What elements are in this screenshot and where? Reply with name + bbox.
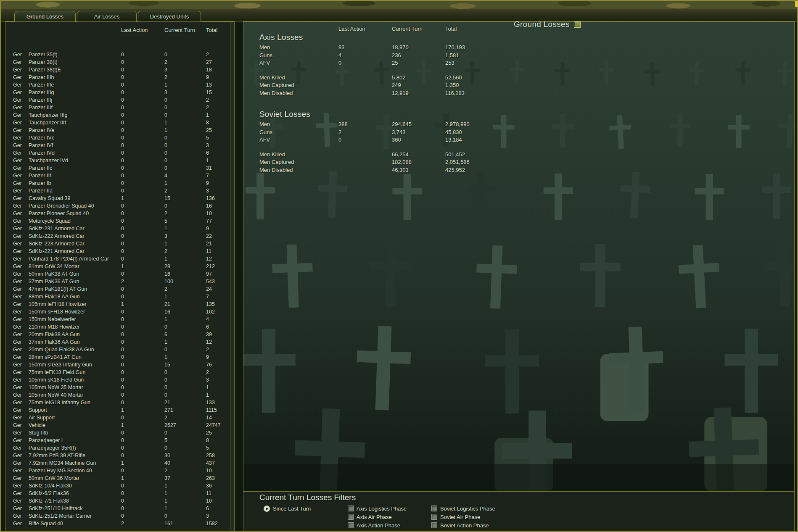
row-last-action: 0 — [121, 482, 164, 490]
filter-checkbox-soviet-air-phase[interactable]: Soviet Air Phase — [431, 514, 495, 520]
table-row: GerSdKfz-251/2 Mortar Carrier003 — [5, 512, 230, 520]
table-header: Last Action Current Turn Total — [5, 26, 230, 34]
row-nation: Ger — [13, 308, 29, 316]
row-last-action: 0 — [121, 164, 164, 172]
row-total: 3 — [206, 187, 230, 195]
row-total: 10 — [206, 497, 230, 505]
row-unit-name: Panzer 38(t)E — [29, 66, 121, 74]
row-current-turn: 0 — [164, 429, 206, 437]
table-row: Ger75mm leIG18 Infantry Gun021133 — [5, 399, 230, 406]
filter-checkbox-soviet-action-phase[interactable]: Soviet Action Phase — [431, 522, 495, 529]
summary-label: Men Killed — [259, 151, 338, 159]
unit-losses-panel: Last Action Current Turn Total GerPanzer… — [5, 21, 235, 532]
row-current-turn: 3 — [164, 89, 206, 96]
summary-label: Men Captured — [259, 82, 338, 90]
tab-destroyed-units[interactable]: Destroyed Units — [138, 11, 201, 21]
table-row: GerPanzerjaeger I058 — [5, 437, 230, 444]
table-row: Ger7.92mm PzB 39 AT-Rifle030258 — [5, 452, 230, 459]
filter-since-last-turn[interactable]: Since Last Turn — [264, 505, 311, 512]
row-current-turn: 161 — [164, 520, 206, 527]
row-unit-name: Panzer IVf — [29, 142, 121, 149]
table-row: Ger75mm leFK18 Field Gun002 — [5, 369, 230, 376]
table-row: GerPanzer IIIh029 — [5, 74, 230, 81]
row-total: 543 — [206, 278, 230, 285]
row-current-turn: 3 — [164, 66, 206, 74]
table-row: Ger150mm Nebelwerfer014 — [5, 316, 230, 323]
summary-value: 425,952 — [445, 166, 794, 174]
row-unit-name: Panzer 38(t) — [29, 58, 121, 66]
row-total: 263 — [206, 474, 230, 482]
filter-checkbox-axis-air-phase[interactable]: Axis Air Phase — [348, 514, 407, 520]
table-row: GerPanzer IIf047 — [5, 172, 230, 179]
row-total: 135 — [206, 300, 230, 308]
row-current-turn: 271 — [164, 406, 206, 414]
row-current-turn: 0 — [164, 149, 206, 157]
col-total: Total — [206, 26, 230, 34]
filter-checkbox-axis-action-phase[interactable]: Axis Action Phase — [348, 522, 407, 529]
summary-value: 52,560 — [445, 74, 794, 82]
summary-value: 13,184 — [445, 136, 794, 144]
row-nation: Ger — [13, 520, 29, 527]
scrollbar[interactable] — [230, 22, 234, 532]
table-row: GerCavalry Squad 39115136 — [5, 195, 230, 202]
row-current-turn: 21 — [164, 399, 206, 406]
row-nation: Ger — [13, 331, 29, 338]
row-total: 102 — [206, 308, 230, 316]
summary-label: Men Killed — [259, 74, 338, 82]
row-nation: Ger — [13, 81, 29, 89]
row-unit-name: Vehicle — [29, 421, 121, 429]
row-nation: Ger — [13, 195, 29, 202]
col-last-action: Last Action — [338, 26, 392, 32]
corner-marker-icon[interactable] — [795, 1, 798, 7]
row-last-action: 0 — [121, 217, 164, 225]
summary-value: 182,088 — [392, 158, 445, 166]
row-nation: Ger — [13, 248, 29, 255]
tab-air-losses[interactable]: Air Losses — [77, 11, 137, 21]
row-nation: Ger — [13, 179, 29, 187]
row-unit-name: 47mm PaK181(f) AT Gun — [29, 285, 121, 293]
row-current-turn: 6 — [164, 331, 206, 338]
row-nation: Ger — [13, 119, 29, 126]
row-unit-name: 150mm sIG33 Infantry Gun — [29, 361, 121, 369]
row-unit-name: SdKfz-6/2 Flak36 — [29, 490, 121, 497]
row-nation: Ger — [13, 126, 29, 134]
row-unit-name: Panzer IIIe — [29, 81, 121, 89]
row-last-action: 0 — [121, 285, 164, 293]
filter-checkbox-axis-logistics-phase[interactable]: Axis Logistics Phase — [348, 505, 407, 512]
summary-value — [338, 74, 392, 82]
row-nation: Ger — [13, 210, 29, 217]
row-nation: Ger — [13, 421, 29, 429]
checkbox-icon — [348, 506, 354, 511]
tab-band: Ground Losses Air Losses Destroyed Units… — [0, 9, 798, 21]
row-current-turn: 1 — [164, 119, 206, 126]
row-total: 25 — [206, 126, 230, 134]
tab-ground-losses[interactable]: Ground Losses — [14, 11, 76, 21]
losses-section: Axis LossesMen8318,970170,193Guns42361,5… — [259, 33, 794, 97]
row-nation: Ger — [13, 429, 29, 437]
row-current-turn: 30 — [164, 452, 206, 459]
filter-checkbox-soviet-logistics-phase[interactable]: Soviet Logistics Phase — [431, 505, 495, 512]
row-unit-name: 150mm sFH18 Howitzer — [29, 308, 121, 316]
row-total: 2 — [206, 51, 230, 58]
row-nation: Ger — [13, 300, 29, 308]
table-row: GerTauchpanzer IVd001 — [5, 157, 230, 164]
table-row: Ger81mm GrW 34 Mortar128212 — [5, 263, 230, 270]
row-nation: Ger — [13, 187, 29, 195]
row-last-action: 0 — [121, 353, 164, 361]
row-last-action: 0 — [121, 505, 164, 512]
row-total: 10 — [206, 210, 230, 217]
row-current-turn: 0 — [164, 369, 206, 376]
panel-toggle-icon[interactable] — [574, 21, 581, 28]
summary-row: Men Captured182,0882,051,586 — [259, 158, 794, 166]
row-unit-name: SdKfz-223 Armored Car — [29, 240, 121, 248]
summary-label: AFV — [259, 136, 338, 144]
table-row: GerPanzer Ib019 — [5, 179, 230, 187]
row-nation: Ger — [13, 346, 29, 353]
table-row: Ger50mm PaK38 AT Gun01697 — [5, 270, 230, 278]
row-unit-name: Panzer Pioneer Squad 40 — [29, 210, 121, 217]
row-total: 6 — [206, 505, 230, 512]
row-unit-name: Tauchpanzer IIIf — [29, 119, 121, 126]
row-total: 2 — [206, 104, 230, 111]
row-nation: Ger — [13, 111, 29, 119]
summary-label: Guns — [259, 52, 338, 60]
